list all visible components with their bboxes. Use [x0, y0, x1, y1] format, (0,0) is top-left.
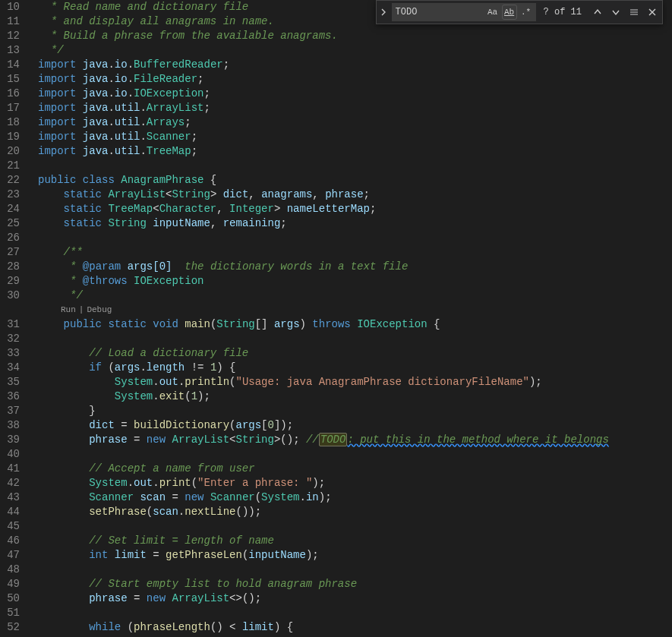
find-in-selection-icon[interactable] [626, 4, 642, 20]
line-number: 17 [5, 101, 20, 115]
line-number: 24 [5, 202, 20, 216]
code-editor[interactable]: 1011121314151617181920212223242526272829… [0, 0, 672, 637]
code-line[interactable]: // Load a dictionary file [38, 346, 672, 361]
line-number: 50 [5, 591, 20, 606]
code-line[interactable]: setPhrase(scan.nextLine()); [38, 505, 672, 519]
line-number: 32 [5, 332, 20, 346]
line-number: 29 [5, 274, 20, 289]
line-number: 28 [5, 260, 20, 274]
code-line[interactable]: dict = buildDictionary(args[0]); [38, 418, 672, 433]
line-number: 31 [5, 317, 20, 332]
line-number: 35 [5, 375, 20, 389]
line-number: 44 [5, 505, 20, 519]
code-line[interactable]: phrase = new ArrayList<String>(); //TODO… [38, 433, 672, 447]
line-number: 27 [5, 245, 20, 260]
code-line[interactable]: * @throws IOException [38, 274, 672, 289]
code-line[interactable] [38, 606, 672, 620]
code-line[interactable]: public class AnagramPhrase { [38, 173, 672, 188]
code-line[interactable]: import java.util.TreeMap; [38, 144, 672, 159]
line-number: 51 [5, 606, 20, 620]
line-number: 11 [5, 14, 20, 29]
line-number: 45 [5, 519, 20, 534]
line-number-gutter: 1011121314151617181920212223242526272829… [0, 0, 33, 637]
code-line[interactable]: public static void main(String[] args) t… [38, 317, 672, 332]
find-next-icon[interactable] [607, 4, 624, 20]
code-line[interactable]: * @param args[0] the dictionary words in… [38, 260, 672, 274]
line-number: 18 [5, 115, 20, 130]
line-number: 34 [5, 361, 20, 375]
line-number: 25 [5, 216, 20, 231]
code-line[interactable] [38, 519, 672, 534]
find-input-wrap: Aa Ab .* [392, 3, 536, 21]
line-number: 47 [5, 548, 20, 563]
line-number: 48 [5, 563, 20, 577]
code-line[interactable] [38, 159, 672, 173]
code-line[interactable]: static String inputName, remaining; [38, 216, 672, 231]
line-number: 20 [5, 144, 20, 159]
code-line[interactable]: int limit = getPhraseLen(inputName); [38, 548, 672, 563]
line-number: 21 [5, 159, 20, 173]
code-line[interactable]: System.out.println("Usage: java AnagramP… [38, 375, 672, 389]
line-number: 14 [5, 58, 20, 72]
close-icon[interactable] [644, 4, 661, 20]
code-line[interactable]: while (phraseLength() < limit) { [38, 620, 672, 635]
code-line[interactable] [38, 231, 672, 245]
codelens-run[interactable]: Run [61, 303, 76, 317]
line-number: 39 [5, 433, 20, 447]
code-line[interactable]: phrase = new ArrayList<>(); [38, 591, 672, 606]
regex-icon[interactable]: .* [519, 5, 534, 20]
line-number: 22 [5, 173, 20, 188]
find-input[interactable] [393, 7, 485, 17]
code-area[interactable]: * Read name and dictionary file * and di… [33, 0, 672, 637]
codelens-debug[interactable]: Debug [87, 303, 112, 317]
line-number: 38 [5, 418, 20, 433]
code-line[interactable]: import java.io.BufferedReader; [38, 58, 672, 72]
find-widget: Aa Ab .* ? of 11 [376, 0, 663, 24]
code-line[interactable]: // Accept a name from user [38, 462, 672, 476]
code-line[interactable]: Scanner scan = new Scanner(System.in); [38, 490, 672, 505]
find-prev-icon[interactable] [589, 4, 606, 20]
code-line[interactable]: * Build a phrase from the available anag… [38, 29, 672, 43]
code-line[interactable]: */ [38, 289, 672, 303]
code-line[interactable]: // Set limit = length of name [38, 534, 672, 548]
code-line[interactable]: import java.util.Arrays; [38, 115, 672, 130]
line-number: 16 [5, 87, 20, 101]
line-number: 41 [5, 462, 20, 476]
code-line[interactable]: /** [38, 245, 672, 260]
code-line[interactable]: // Start empty list to hold anagram phra… [38, 577, 672, 591]
line-number: 10 [5, 0, 20, 14]
line-number: 26 [5, 231, 20, 245]
code-line[interactable]: System.exit(1); [38, 389, 672, 404]
toggle-replace-icon[interactable] [377, 1, 390, 24]
line-number: 19 [5, 130, 20, 144]
code-line[interactable]: } [38, 404, 672, 418]
code-line[interactable]: import java.util.ArrayList; [38, 101, 672, 115]
code-line[interactable]: System.out.print("Enter a phrase: "); [38, 476, 672, 490]
codelens: Run|Debug [38, 303, 672, 317]
line-number: 15 [5, 72, 20, 87]
line-number: 30 [5, 289, 20, 303]
line-number: 36 [5, 389, 20, 404]
code-line[interactable]: import java.io.FileReader; [38, 72, 672, 87]
code-line[interactable] [38, 447, 672, 462]
line-number: 52 [5, 620, 20, 635]
match-case-icon[interactable]: Aa [485, 5, 500, 20]
code-line[interactable]: static ArrayList<String> dict, anagrams,… [38, 188, 672, 202]
line-number: 33 [5, 346, 20, 361]
code-line[interactable]: import java.io.IOException; [38, 87, 672, 101]
code-line[interactable]: import java.util.Scanner; [38, 130, 672, 144]
line-number: 49 [5, 577, 20, 591]
code-line[interactable]: if (args.length != 1) { [38, 361, 672, 375]
code-line[interactable] [38, 563, 672, 577]
line-number: 23 [5, 188, 20, 202]
match-whole-word-icon[interactable]: Ab [502, 5, 517, 20]
line-number: 42 [5, 476, 20, 490]
code-line[interactable] [38, 332, 672, 346]
line-number: 13 [5, 43, 20, 58]
line-number: 46 [5, 534, 20, 548]
code-line[interactable]: static TreeMap<Character, Integer> nameL… [38, 202, 672, 216]
find-result-count: ? of 11 [538, 5, 588, 20]
code-line[interactable]: */ [38, 43, 672, 58]
line-number: 40 [5, 447, 20, 462]
line-number: 37 [5, 404, 20, 418]
